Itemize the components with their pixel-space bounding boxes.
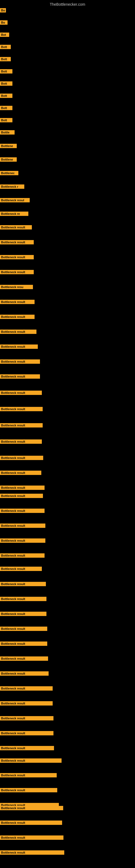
bottleneck-item: Bottleneck result (0, 612, 46, 617)
bottleneck-label: Bottleneck resu (0, 285, 33, 289)
bottleneck-label: Bottleneck result (0, 391, 42, 395)
bottleneck-label: Bottleneck result (0, 597, 46, 601)
bottleneck-item: Bottleneck result (0, 835, 63, 841)
bottleneck-label: Bottlene (0, 144, 17, 148)
bottleneck-item: Bottleneck resul (0, 198, 30, 204)
bottleneck-label: Bottleneck result (0, 439, 42, 444)
bottleneck-item: Bottleneck result (0, 582, 46, 587)
bottleneck-label: Bottleneck result (0, 716, 53, 720)
bottleneck-label: Bottleneck result (0, 582, 46, 586)
bottleneck-label: Bottleneck result (0, 788, 57, 792)
bottleneck-label: Bott (0, 94, 12, 98)
bottleneck-label: Bottleneck result (0, 270, 34, 274)
bottleneck-item: Bottlene (0, 157, 17, 163)
bottleneck-label: Bott (0, 106, 12, 110)
bottleneck-item: Bottleneck result (0, 731, 53, 737)
site-title: TheBottlenecker.com (0, 0, 135, 8)
bottleneck-label: Bottleneck result (0, 731, 53, 735)
bottleneck-label: Bottleneck re (0, 212, 28, 216)
bottleneck-item: Bottleneck result (0, 494, 43, 499)
bottleneck-item: Bott (0, 118, 12, 123)
bottleneck-item: Bottleneck result (0, 374, 40, 380)
bottleneck-item: Bottleneck result (0, 391, 42, 396)
bottleneck-item: Bottleneck result (0, 716, 53, 721)
bottleneck-label: Bot (0, 33, 9, 37)
bottleneck-item: Bottlenec (0, 171, 18, 176)
bottleneck-label: Bottleneck r (0, 184, 24, 189)
bottleneck-item: Bott (0, 69, 12, 74)
bottleneck-label: Bottleneck result (0, 806, 63, 810)
bottleneck-item: Bottleneck result (0, 524, 45, 529)
bottleneck-item: Bottleneck result (0, 820, 62, 826)
bottleneck-label: Bottleneck result (0, 456, 43, 460)
bottleneck-item: Bott (0, 45, 11, 50)
bottleneck-label: Bottleneck result (0, 494, 43, 498)
bottleneck-item: Bottleneck result (0, 330, 37, 335)
bottleneck-label: Bottleneck resul (0, 198, 30, 203)
bottleneck-item: Bot (0, 33, 9, 38)
bottleneck-label: Bottleneck result (0, 538, 45, 543)
bottleneck-item: Bottleneck result (0, 439, 42, 445)
bottleneck-label: Bottleneck result (0, 671, 49, 676)
bottleneck-item: Bott (0, 106, 12, 111)
bottleneck-label: Bottleneck result (0, 486, 45, 490)
bottleneck-label: Bottleneck result (0, 471, 41, 475)
bottleneck-item: Bottleneck result (0, 553, 45, 559)
bottleneck-label: Bottleneck result (0, 360, 40, 364)
bottleneck-item: Bottleneck re (0, 212, 28, 217)
bottleneck-item: Bottleneck result (0, 255, 34, 260)
bottleneck-label: Bottleneck result (0, 255, 34, 259)
bottleneck-label: Bottleneck result (0, 330, 37, 334)
bottleneck-label: Bottleneck result (0, 627, 47, 631)
bottleneck-item: Bottleneck result (0, 671, 49, 677)
bottleneck-item: Bottleneck result (0, 656, 48, 662)
bottleneck-label: Bottleneck result (0, 508, 45, 513)
bottleneck-item: Bottleneck result (0, 642, 47, 647)
bottleneck-item: Bottleneck result (0, 758, 61, 764)
bottleneck-label: Bottleneck result (0, 850, 64, 855)
bottleneck-item: Bottleneck result (0, 788, 57, 794)
bottleneck-item: Bottleneck result (0, 240, 34, 246)
bottleneck-item: Bottleneck result (0, 456, 43, 461)
bottleneck-label: Bottleneck result (0, 835, 63, 840)
bottleneck-item: Bottleneck result (0, 850, 64, 856)
bottleneck-label: Bottleneck result (0, 344, 38, 349)
bottleneck-item: Bottleneck result (0, 773, 57, 778)
bottleneck-item: Bottleneck result (0, 686, 53, 692)
bottleneck-item: Bottleneck result (0, 300, 35, 305)
bottleneck-item: Bottleneck result (0, 471, 41, 476)
bottleneck-label: Bottleneck result (0, 374, 40, 379)
bottleneck-item: Bottleneck result (0, 486, 45, 491)
bottleneck-item: Bott (0, 94, 12, 99)
bottleneck-label: Bottleneck result (0, 300, 35, 304)
bottleneck-label: Bottleneck result (0, 567, 42, 571)
bottleneck-label: Bottleneck result (0, 746, 54, 750)
bottleneck-item: Bo (0, 20, 8, 26)
bottleneck-item: Bottleneck result (0, 423, 43, 429)
bottleneck-item: Bottleneck result (0, 407, 43, 412)
bottleneck-label: Bottleneck result (0, 758, 61, 763)
bottleneck-label: Bottleneck result (0, 315, 35, 319)
bottleneck-item: Bottleneck result (0, 315, 35, 320)
bottleneck-label: Bottleneck result (0, 656, 48, 661)
bottleneck-item: Bottlene (0, 144, 17, 149)
bottleneck-label: Bottleneck result (0, 407, 43, 411)
bottleneck-item: Bo (0, 8, 6, 13)
bottleneck-label: Bottleneck result (0, 686, 53, 691)
bottleneck-label: Bo (0, 20, 8, 25)
bottleneck-label: Bottlene (0, 157, 17, 162)
bottleneck-label: Bo (0, 8, 6, 12)
bottleneck-label: Bottleneck result (0, 225, 32, 229)
bottleneck-label: Bott (0, 118, 12, 122)
bottleneck-label: Bottle (0, 130, 14, 134)
bottleneck-item: Bottleneck result (0, 538, 45, 544)
bottleneck-item: Bottleneck r (0, 184, 24, 190)
bottleneck-item: Bottleneck result (0, 701, 53, 707)
bottleneck-label: Bottlenec (0, 171, 18, 175)
bottleneck-item: Bott (0, 82, 12, 87)
bottleneck-label: Bott (0, 45, 11, 49)
bottleneck-label: Bottleneck result (0, 773, 57, 777)
bottleneck-item: Bottleneck result (0, 627, 47, 632)
bottleneck-item: Bottleneck result (0, 597, 46, 602)
bottleneck-item: Bottleneck result (0, 344, 38, 350)
